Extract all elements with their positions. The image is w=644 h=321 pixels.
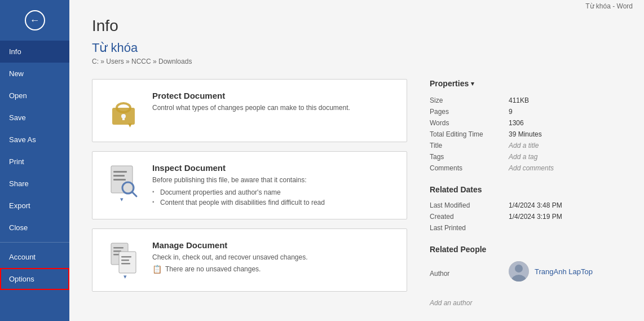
sidebar-item-close[interactable]: Close: [0, 217, 69, 239]
manage-document-section: ▾ Manage Document Check in, check out, a…: [92, 228, 407, 292]
properties-table: Size 411KB Pages 9 Words 1306 Total Edit…: [430, 95, 621, 174]
back-circle-icon[interactable]: ←: [25, 10, 45, 30]
svg-line-10: [132, 192, 136, 196]
main-content: Info Từ khóa C: » Users » NCCC » Downloa…: [69, 0, 644, 321]
svg-rect-13: [113, 247, 123, 249]
sidebar-label-save: Save: [9, 113, 26, 122]
inspect-icon: ▾: [107, 163, 140, 203]
doc-title: Từ khóa: [92, 41, 621, 55]
sidebar-label-options: Options: [9, 275, 34, 283]
sidebar-label-new: New: [9, 69, 24, 78]
protect-document-desc: Control what types of changes people can…: [152, 104, 350, 112]
manage-document-info: Manage Document Check in, check out, and…: [152, 240, 308, 277]
date-value-modified: 1/4/2024 3:48 PM: [509, 200, 621, 211]
date-label-modified: Last Modified: [430, 200, 509, 211]
sidebar-item-print[interactable]: Print: [0, 151, 69, 173]
prop-value-comments[interactable]: Add comments: [509, 162, 621, 174]
date-label-created: Created: [430, 211, 509, 222]
inspect-document-icon-container[interactable]: ▾: [104, 163, 143, 203]
sidebar-label-save-as: Save As: [9, 135, 36, 144]
manage-document-desc: Check in, check out, and recover unsaved…: [152, 253, 308, 261]
properties-title: Properties ▾: [430, 79, 621, 88]
svg-rect-17: [121, 256, 131, 258]
manage-document-icon-container[interactable]: ▾: [104, 240, 143, 280]
sidebar-item-share[interactable]: Share: [0, 173, 69, 195]
prop-value-words: 1306: [509, 117, 621, 129]
prop-value-tags[interactable]: Add a tag: [509, 151, 621, 162]
author-label: Author: [430, 260, 509, 288]
inspect-document-desc: Before publishing this file, be aware th…: [152, 176, 325, 184]
date-label-printed: Last Printed: [430, 222, 509, 234]
protect-document-title: Protect Document: [152, 91, 350, 100]
sidebar-item-save[interactable]: Save: [0, 107, 69, 129]
prop-value-pages: 9: [509, 106, 621, 117]
breadcrumb: C: » Users » NCCC » Downloads: [92, 58, 621, 65]
sidebar-item-save-as[interactable]: Save As: [0, 129, 69, 151]
sidebar-item-export[interactable]: Export: [0, 195, 69, 217]
svg-text:▾: ▾: [123, 273, 127, 280]
back-button[interactable]: ←: [0, 0, 69, 41]
svg-rect-3: [122, 116, 125, 120]
inspect-document-section: ▾ Inspect Document Before publishing thi…: [92, 151, 407, 219]
manage-icon: ▾: [107, 240, 140, 280]
prop-value-editing-time: 39 Minutes: [509, 129, 621, 140]
prop-row-size: Size 411KB: [430, 95, 621, 106]
properties-label: Properties: [430, 79, 469, 88]
svg-rect-6: [113, 171, 127, 173]
dates-table: Last Modified 1/4/2024 3:48 PM Created 1…: [430, 200, 621, 234]
properties-dropdown-icon[interactable]: ▾: [471, 80, 474, 87]
manage-sub-note: There are no unsaved changes.: [165, 265, 261, 273]
svg-rect-19: [121, 263, 130, 265]
date-row-modified: Last Modified 1/4/2024 3:48 PM: [430, 200, 621, 211]
inspect-document-info: Inspect Document Before publishing this …: [152, 163, 325, 208]
prop-label-comments: Comments: [430, 162, 509, 174]
prop-label-words: Words: [430, 117, 509, 129]
prop-label-size: Size: [430, 95, 509, 106]
sidebar-label-print: Print: [9, 157, 24, 166]
protect-document-info: Protect Document Control what types of c…: [152, 91, 350, 115]
svg-rect-16: [119, 252, 136, 273]
window-title: Từ khóa - Word: [585, 0, 633, 12]
prop-row-pages: Pages 9: [430, 106, 621, 117]
sidebar-item-info[interactable]: Info: [0, 41, 69, 63]
right-panel: Properties ▾ Size 411KB Pages 9 Words 13…: [430, 79, 621, 307]
sidebar-label-close: Close: [9, 223, 28, 232]
related-people: Author: [430, 260, 621, 307]
inspect-document-title: Inspect Document: [152, 163, 325, 173]
related-people-title: Related People: [430, 245, 621, 254]
svg-rect-8: [113, 179, 126, 181]
author-info: TrangAnh LapTop: [509, 260, 621, 288]
prop-label-editing-time: Total Editing Time: [430, 129, 509, 140]
author-name: TrangAnh LapTop: [535, 267, 593, 276]
sidebar-label-account: Account: [9, 253, 36, 261]
sidebar-item-new[interactable]: New: [0, 63, 69, 85]
prop-row-title: Title Add a title: [430, 140, 621, 151]
svg-point-22: [515, 265, 523, 272]
protect-document-icon-container[interactable]: ▾: [104, 91, 143, 130]
sidebar-item-open[interactable]: Open: [0, 85, 69, 107]
date-value-printed: [509, 222, 621, 234]
prop-label-pages: Pages: [430, 106, 509, 117]
prop-row-comments: Comments Add comments: [430, 162, 621, 174]
add-author-link[interactable]: Add an author: [430, 299, 621, 307]
sidebar: ← Info New Open Save Save As Print Share…: [0, 0, 69, 321]
left-panel: ▾ Protect Document Control what types of…: [92, 79, 407, 307]
svg-rect-18: [121, 260, 129, 261]
prop-value-size: 411KB: [509, 95, 621, 106]
inspect-bullet-1: Document properties and author's name: [152, 187, 325, 197]
author-avatar: [509, 261, 529, 282]
sidebar-label-share: Share: [9, 179, 29, 188]
page-title: Info: [92, 17, 621, 35]
related-dates-title: Related Dates: [430, 185, 621, 194]
no-unsaved-icon: 📋: [152, 265, 162, 274]
sidebar-item-options[interactable]: Options: [0, 268, 69, 290]
sidebar-label-open: Open: [9, 91, 27, 100]
prop-label-tags: Tags: [430, 151, 509, 162]
back-arrow-icon: ←: [30, 15, 40, 27]
sidebar-divider: [0, 242, 69, 243]
lock-icon: ▾: [107, 91, 140, 130]
content-area: ▾ Protect Document Control what types of…: [92, 79, 621, 307]
author-table: Author: [430, 260, 621, 288]
prop-value-title[interactable]: Add a title: [509, 140, 621, 151]
sidebar-item-account[interactable]: Account: [0, 246, 69, 268]
